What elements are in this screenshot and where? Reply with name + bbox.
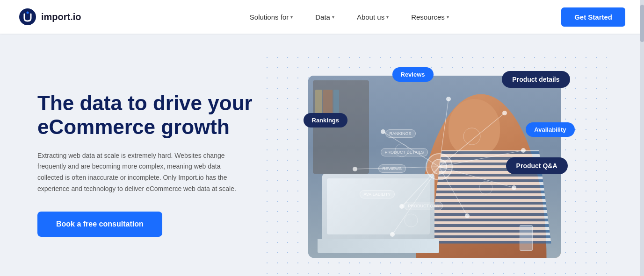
logo-text: import.io bbox=[41, 12, 81, 22]
scrollbar-thumb[interactable] bbox=[640, 5, 644, 42]
hero-description: Extracting web data at scale is extremel… bbox=[37, 150, 243, 195]
label-availability: Availability bbox=[526, 122, 574, 137]
nav-solutions[interactable]: Solutions for bbox=[250, 13, 293, 21]
logo[interactable]: import.io bbox=[19, 8, 81, 26]
label-rankings: Rankings bbox=[304, 113, 348, 127]
ghost-label-availability: AVAILABILITY bbox=[360, 190, 395, 198]
hero-image-container: Reviews Product details Rankings Availab… bbox=[308, 76, 561, 262]
svg-point-1 bbox=[27, 12, 29, 14]
ghost-label-product-details: PRODUCT DETAILS bbox=[381, 148, 428, 156]
hero-section: The data to drive your eCommerce growth … bbox=[0, 34, 644, 276]
hero-left: The data to drive your eCommerce growth … bbox=[37, 92, 262, 236]
consultation-button[interactable]: Book a free consultation bbox=[37, 212, 162, 237]
get-started-button[interactable]: Get Started bbox=[561, 7, 625, 27]
label-reviews: Reviews bbox=[392, 67, 434, 82]
scrollbar[interactable] bbox=[640, 0, 644, 276]
ghost-label-product-qa: PRODUCT Q&A bbox=[404, 202, 443, 210]
ghost-label-rankings: RANKINGS bbox=[385, 129, 416, 138]
nav-links: Solutions for Data About us Resources bbox=[250, 13, 449, 21]
hero-right: Reviews Product details Rankings Availab… bbox=[262, 52, 607, 276]
logo-icon bbox=[19, 8, 36, 26]
nav-resources[interactable]: Resources bbox=[411, 13, 449, 21]
ghost-label-reviews: REVIEWS bbox=[378, 164, 406, 173]
hero-title: The data to drive your eCommerce growth bbox=[37, 92, 262, 139]
nav-data[interactable]: Data bbox=[315, 13, 334, 21]
svg-point-0 bbox=[19, 8, 36, 25]
label-product-qa: Product Q&A bbox=[506, 157, 568, 174]
navbar: import.io Solutions for Data About us Re… bbox=[0, 0, 644, 34]
nav-right: Get Started bbox=[561, 7, 625, 27]
nav-about[interactable]: About us bbox=[357, 13, 389, 21]
label-product-details: Product details bbox=[502, 71, 570, 88]
